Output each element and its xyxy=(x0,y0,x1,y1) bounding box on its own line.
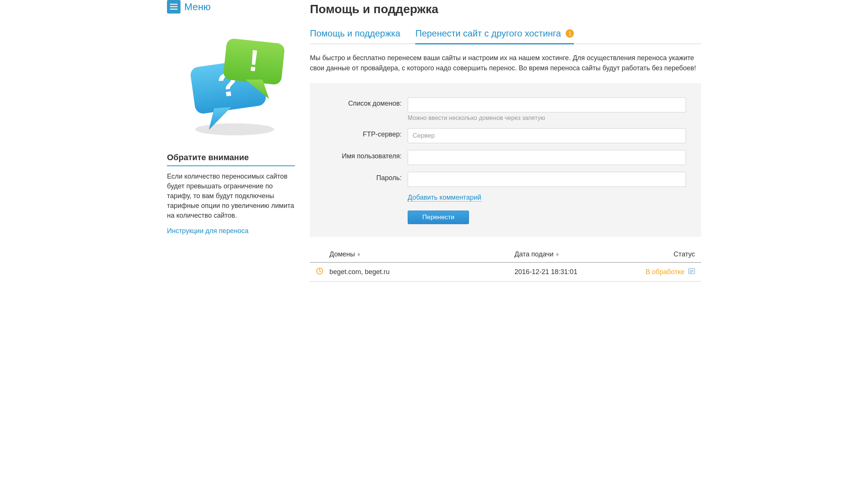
menu-label: Меню xyxy=(184,1,211,13)
svg-point-3 xyxy=(195,123,274,135)
notice-title: Обратите внимание xyxy=(167,153,295,162)
details-icon[interactable] xyxy=(688,268,695,276)
status-badge: В обработке xyxy=(645,268,684,276)
intro-text: Мы быстро и бесплатно перенесем ваши сай… xyxy=(310,53,701,73)
hamburger-icon xyxy=(167,0,181,14)
domains-input[interactable] xyxy=(408,97,686,112)
page-title: Помощь и поддержка xyxy=(310,2,701,16)
password-input[interactable] xyxy=(408,172,686,187)
tab-support[interactable]: Помощь и поддержка xyxy=(310,26,400,43)
sort-icon xyxy=(357,253,360,256)
divider xyxy=(167,165,295,166)
tab-badge: 1 xyxy=(566,29,574,38)
transfer-form: Список доменов: Можно ввести несколько д… xyxy=(310,83,701,237)
username-label: Имя пользователя: xyxy=(325,150,408,160)
svg-rect-10 xyxy=(690,270,693,271)
col-header-domains[interactable]: Домены xyxy=(329,250,514,258)
add-comment-link[interactable]: Добавить комментарий xyxy=(408,194,481,202)
requests-table: Домены Дата подачи Статус xyxy=(310,247,701,282)
username-input[interactable] xyxy=(408,150,686,165)
svg-rect-11 xyxy=(690,271,693,272)
svg-rect-1 xyxy=(170,6,178,8)
svg-rect-12 xyxy=(690,272,692,273)
sort-icon xyxy=(556,253,559,256)
tab-transfer-label: Перенести сайт с другого хостинга xyxy=(415,28,561,38)
cell-domains: beget.com, beget.ru xyxy=(329,268,514,276)
domains-hint: Можно ввести несколько доменов через зап… xyxy=(408,115,686,121)
menu-button[interactable]: Меню xyxy=(167,0,295,14)
table-row[interactable]: beget.com, beget.ru 2016-12-21 18:31:01 … xyxy=(310,263,701,282)
cell-date: 2016-12-21 18:31:01 xyxy=(514,268,620,276)
notice-text: Если количество переносимых сайтов будет… xyxy=(167,171,295,220)
svg-rect-0 xyxy=(170,4,178,5)
submit-button[interactable]: Перенести xyxy=(408,211,469,224)
tab-transfer[interactable]: Перенести сайт с другого хостинга 1 xyxy=(415,26,574,44)
col-header-status: Статус xyxy=(620,250,695,258)
col-header-date[interactable]: Дата подачи xyxy=(514,250,620,258)
ftp-label: FTP-сервер: xyxy=(325,128,408,138)
tabs: Помощь и поддержка Перенести сайт с друг… xyxy=(310,26,701,44)
support-illustration: ? ! xyxy=(178,25,291,138)
password-label: Пароль: xyxy=(325,172,408,182)
svg-rect-2 xyxy=(170,9,178,10)
domains-label: Список доменов: xyxy=(325,97,408,108)
clock-icon xyxy=(316,267,329,277)
transfer-instructions-link[interactable]: Инструкции для переноса xyxy=(167,227,249,235)
ftp-input[interactable] xyxy=(408,128,686,143)
